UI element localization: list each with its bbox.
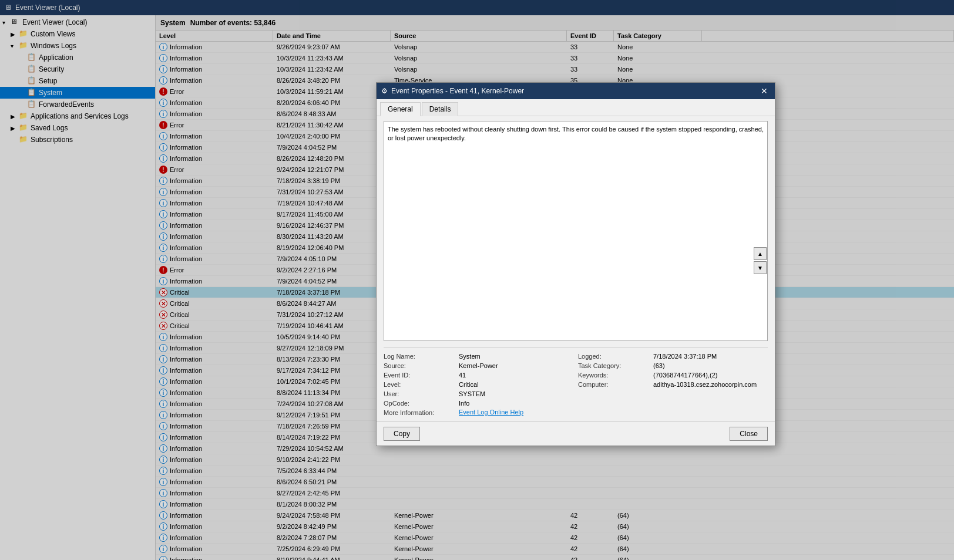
modal-title-left: ⚙ Event Properties - Event 41, Kernel-Po… xyxy=(381,87,524,95)
keywords-label: Keywords: xyxy=(578,371,649,379)
level-label: Level: xyxy=(384,380,454,389)
keywords-value: (70368744177664),(2) xyxy=(653,371,768,379)
source-value: Kernel-Power xyxy=(459,362,573,370)
event-id-label: Event ID: xyxy=(384,371,454,379)
modal-footer: Copy Close xyxy=(377,421,775,446)
opcode-label: OpCode: xyxy=(384,399,454,407)
event-id-value: 41 xyxy=(459,371,573,379)
event-details-grid: Log Name: System Logged: 7/18/2024 3:37:… xyxy=(384,347,768,417)
logged-label: Logged: xyxy=(578,352,649,360)
task-category-value: (63) xyxy=(653,362,768,370)
level-value: Critical xyxy=(459,380,573,389)
app-container: 🖥 Event Viewer (Local) ▾ 🖥 Event Viewer … xyxy=(0,0,954,560)
modal-title-icon: ⚙ xyxy=(381,87,388,95)
logged-value: 7/18/2024 3:37:18 PM xyxy=(653,352,768,360)
user-value: SYSTEM xyxy=(459,390,573,398)
modal-tabs: General Details xyxy=(377,99,775,116)
modal-body: The system has rebooted without cleanly … xyxy=(377,116,775,421)
modal-overlay: ⚙ Event Properties - Event 41, Kernel-Po… xyxy=(0,0,954,560)
tab-general[interactable]: General xyxy=(380,102,421,116)
source-label: Source: xyxy=(384,362,454,370)
log-name-value: System xyxy=(459,352,573,360)
modal-title-bar: ⚙ Event Properties - Event 41, Kernel-Po… xyxy=(377,83,775,99)
more-info-label: More Information: xyxy=(384,409,454,417)
computer-value: adithya-10318.csez.zohocorpin.com xyxy=(653,380,768,389)
event-description-text: The system has rebooted without cleanly … xyxy=(388,126,764,141)
opcode-value: Info xyxy=(459,399,573,407)
tab-details[interactable]: Details xyxy=(422,102,459,116)
event-properties-modal: ⚙ Event Properties - Event 41, Kernel-Po… xyxy=(376,82,775,446)
computer-label: Computer: xyxy=(578,380,649,389)
event-text-box: The system has rebooted without cleanly … xyxy=(384,121,768,341)
close-button[interactable]: Close xyxy=(730,427,768,441)
scroll-buttons: ▲ ▼ xyxy=(754,247,767,274)
copy-button[interactable]: Copy xyxy=(384,427,420,441)
modal-close-button[interactable]: ✕ xyxy=(758,85,770,97)
log-name-label: Log Name: xyxy=(384,352,454,360)
user-label: User: xyxy=(384,390,454,398)
task-category-label: Task Category: xyxy=(578,362,649,370)
modal-title-text: Event Properties - Event 41, Kernel-Powe… xyxy=(391,87,524,95)
scroll-down-button[interactable]: ▼ xyxy=(754,261,767,274)
more-info-link[interactable]: Event Log Online Help xyxy=(459,409,573,417)
scroll-up-button[interactable]: ▲ xyxy=(754,247,767,260)
